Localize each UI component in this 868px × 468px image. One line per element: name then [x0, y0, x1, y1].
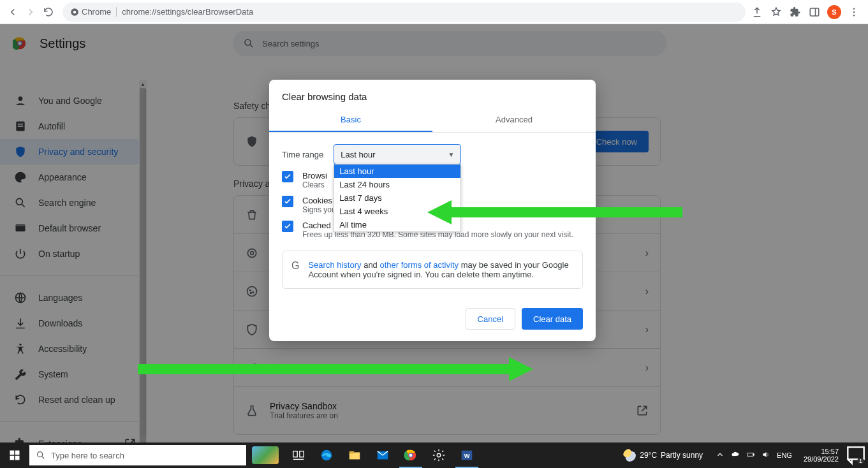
sidebar-item-label: System [38, 369, 68, 379]
sidebar-scrollbar[interactable]: ▲ ▼ [139, 88, 147, 442]
sidebar-item-downloads[interactable]: Downloads [0, 311, 147, 336]
file-explorer-icon[interactable] [341, 442, 369, 468]
svg-point-25 [251, 251, 254, 254]
svg-line-37 [42, 457, 44, 458]
taskbar-clock[interactable]: 15:57 29/09/2022 [798, 448, 844, 463]
chrome-taskbar-icon[interactable] [397, 442, 425, 468]
shield-icon [246, 135, 258, 148]
onedrive-icon[interactable] [731, 450, 740, 460]
chrome-menu-icon[interactable] [848, 6, 860, 18]
sidebar-item-label: Languages [38, 293, 82, 303]
settings-gear-icon[interactable] [425, 442, 453, 468]
sidebar-item-extensions[interactable]: Extensions [0, 431, 147, 442]
svg-point-26 [247, 286, 257, 296]
sandbox-sub: Trial features are on [270, 411, 624, 420]
search-history-link[interactable]: Search history [308, 260, 361, 270]
svg-rect-35 [15, 456, 20, 460]
search-icon [14, 196, 27, 209]
svg-rect-51 [747, 453, 753, 457]
scroll-thumb[interactable] [140, 88, 146, 442]
sidebar-item-label: Reset and clean up [38, 395, 115, 405]
scroll-up-icon[interactable]: ▲ [139, 80, 147, 88]
svg-line-17 [22, 205, 25, 207]
privacy-sandbox-row[interactable]: Privacy Sandbox Trial features are on [234, 387, 660, 434]
svg-point-10 [245, 40, 251, 45]
mail-icon[interactable] [369, 442, 397, 468]
sidebar-item-label: You and Google [38, 96, 102, 106]
flask-icon [246, 404, 258, 417]
clear-browsing-data-dialog: Clear browsing data Basic Advanced Time … [269, 80, 596, 341]
svg-rect-15 [18, 126, 23, 127]
profile-avatar[interactable]: S [827, 5, 841, 19]
forward-button[interactable] [22, 3, 40, 21]
sidebar-item-label: Accessibility [38, 344, 87, 354]
weather-icon [623, 449, 636, 462]
taskbar-news[interactable] [246, 442, 284, 468]
svg-rect-38 [293, 451, 297, 457]
word-icon[interactable]: W [453, 442, 481, 468]
autofill-icon [14, 120, 27, 133]
dropdown-option[interactable]: Last hour [334, 165, 460, 178]
clear-data-button[interactable]: Clear data [522, 308, 583, 330]
time-range-dropdown: Last hour Last 24 hours Last 7 days Last… [334, 164, 461, 232]
reload-button[interactable] [40, 3, 57, 21]
taskbar-search[interactable]: Type here to search [29, 445, 246, 465]
sidebar-item-search-engine[interactable]: Search engine [0, 190, 147, 216]
back-button[interactable] [4, 3, 22, 21]
url-text: chrome://settings/clearBrowserData [122, 7, 253, 17]
time-range-select[interactable]: Last hour ▼ Last hour Last 24 hours Last… [334, 144, 461, 165]
toolbar-right-icons: S [751, 5, 864, 19]
sidebar-item-system[interactable]: System [0, 362, 147, 387]
dropdown-option[interactable]: Last 7 days [334, 191, 460, 205]
browsing-history-checkbox[interactable] [282, 171, 293, 182]
sidebar-item-accessibility[interactable]: Accessibility [0, 336, 147, 362]
svg-rect-34 [10, 456, 15, 460]
cookies-checkbox[interactable] [282, 196, 293, 207]
sidebar-item-you-and-google[interactable]: You and Google [0, 88, 147, 113]
privacy-row[interactable]: › [234, 349, 660, 387]
dialog-title: Clear browsing data [269, 80, 596, 108]
cached-checkbox[interactable] [282, 221, 293, 232]
settings-search[interactable]: Search settings [233, 31, 666, 56]
sidebar-item-appearance[interactable]: Appearance [0, 165, 147, 190]
svg-point-47 [409, 454, 413, 457]
shield2-icon [246, 323, 258, 336]
sidebar-item-on-startup[interactable]: On startup [0, 241, 147, 267]
sidebar-item-label: Downloads [38, 318, 82, 328]
tray-chevron-up-icon[interactable] [716, 450, 725, 460]
svg-rect-39 [300, 451, 304, 457]
volume-icon[interactable] [761, 450, 770, 460]
svg-point-28 [253, 291, 254, 293]
extensions-puzzle-icon[interactable] [789, 6, 802, 18]
taskbar-app-icons: W [284, 442, 481, 468]
tab-advanced[interactable]: Advanced [432, 108, 596, 132]
sidebar-item-privacy-security[interactable]: Privacy and security [0, 139, 147, 165]
external-link-icon [124, 437, 136, 442]
action-center-icon[interactable]: 1 [844, 442, 868, 468]
share-icon[interactable] [751, 6, 763, 18]
sidebar-item-autofill[interactable]: Autofill [0, 113, 147, 139]
sidebar-item-languages[interactable]: Languages [0, 285, 147, 311]
battery-icon[interactable] [746, 450, 755, 460]
bookmark-star-icon[interactable] [770, 6, 783, 18]
sidebar-item-reset[interactable]: Reset and clean up [0, 387, 147, 413]
svg-point-9 [18, 41, 22, 45]
edge-icon[interactable] [313, 442, 341, 468]
start-button[interactable] [0, 442, 29, 468]
side-panel-icon[interactable] [808, 6, 821, 18]
language-indicator[interactable]: ENG [777, 451, 792, 459]
sandbox-title: Privacy Sandbox [270, 401, 624, 411]
sidebar-item-default-browser[interactable]: Default browser [0, 216, 147, 241]
weather-temp: 29°C [640, 451, 657, 460]
clock-date: 29/09/2022 [804, 455, 839, 463]
dropdown-option[interactable]: All time [334, 218, 460, 231]
other-activity-link[interactable]: other forms of activity [379, 260, 459, 270]
chrome-logo-icon [13, 36, 27, 50]
dropdown-option[interactable]: Last 4 weeks [334, 205, 460, 218]
taskbar-weather[interactable]: 29°C Partly sunny [617, 449, 709, 462]
address-bar[interactable]: Chrome chrome://settings/clearBrowserDat… [63, 3, 746, 22]
task-view-icon[interactable] [284, 442, 313, 468]
tab-basic[interactable]: Basic [269, 108, 432, 132]
cancel-button[interactable]: Cancel [466, 308, 515, 330]
dropdown-option[interactable]: Last 24 hours [334, 178, 460, 191]
